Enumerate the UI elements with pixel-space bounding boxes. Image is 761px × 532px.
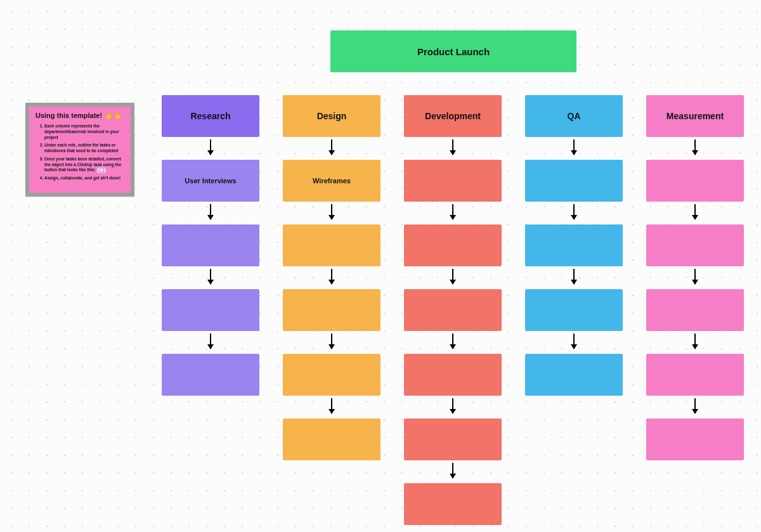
column-development: Development [404,95,502,525]
sticky-note-instructions[interactable]: Using this template! 👋👋 Each column repr… [25,103,134,197]
task-card[interactable] [404,418,502,460]
task-card[interactable] [646,160,744,202]
arrow-down-icon [452,334,453,349]
task-card[interactable] [283,289,380,331]
column-header-development[interactable]: Development [404,95,502,137]
whiteboard-canvas[interactable]: Product Launch Using this template! 👋👋 E… [0,0,761,532]
task-card[interactable] [162,224,259,266]
task-card[interactable] [283,418,380,460]
task-card[interactable] [283,224,380,266]
arrow-down-icon [210,334,211,349]
task-card[interactable] [525,160,623,202]
arrow-down-icon [694,398,696,413]
arrow-down-icon [452,204,453,219]
task-card[interactable] [404,160,502,202]
arrow-down-icon [694,269,696,284]
task-card[interactable] [404,224,502,266]
column-design: DesignWireframes [283,95,380,460]
task-card[interactable] [525,354,623,396]
task-card[interactable]: Wireframes [283,160,380,202]
arrow-down-icon [573,139,575,155]
sticky-steps-list: Each column represents the department/te… [36,124,124,181]
column-qa: QA [525,95,623,396]
arrow-down-icon [452,269,453,284]
arrow-down-icon [331,269,332,284]
sticky-step: Assign, collaborate, and get sh*t done! [44,176,124,181]
arrow-down-icon [694,139,696,155]
sticky-title: Using this template! 👋👋 [36,112,124,120]
arrow-down-icon [210,139,211,155]
arrow-down-icon [331,398,332,413]
sticky-step: Each column represents the department/te… [44,124,124,140]
task-chip-icon: 📋 [97,167,106,173]
arrow-down-icon [573,334,575,349]
task-card[interactable] [283,354,380,396]
arrow-down-icon [452,139,453,155]
task-card[interactable] [162,289,259,331]
column-header-research[interactable]: Research [162,95,259,137]
task-card[interactable] [404,354,502,396]
task-card[interactable] [646,354,744,396]
arrow-down-icon [331,139,332,155]
arrow-down-icon [452,398,453,413]
arrow-down-icon [694,204,696,219]
arrow-down-icon [573,269,575,284]
task-card[interactable] [646,289,744,331]
task-card[interactable] [525,289,623,331]
column-header-measurement[interactable]: Measurement [646,95,744,137]
arrow-down-icon [210,204,211,219]
task-card[interactable] [646,224,744,266]
root-node-product-launch[interactable]: Product Launch [330,30,576,72]
sticky-step: Once your tasks been detailed, convert t… [44,157,124,173]
task-card[interactable] [525,224,623,266]
column-research: ResearchUser Interviews [162,95,259,396]
task-card[interactable] [404,289,502,331]
task-card[interactable] [404,483,502,525]
arrow-down-icon [331,204,332,219]
arrow-down-icon [694,334,696,349]
arrow-down-icon [452,463,453,478]
arrow-down-icon [573,204,575,219]
column-header-qa[interactable]: QA [525,95,623,137]
arrow-down-icon [210,269,211,284]
task-card[interactable] [162,354,259,396]
column-header-design[interactable]: Design [283,95,380,137]
arrow-down-icon [331,334,332,349]
column-measurement: Measurement [646,95,744,460]
sticky-step: Under each role, outline the tasks or mi… [44,143,124,154]
task-card[interactable] [646,418,744,460]
task-card[interactable]: User Interviews [162,160,259,202]
